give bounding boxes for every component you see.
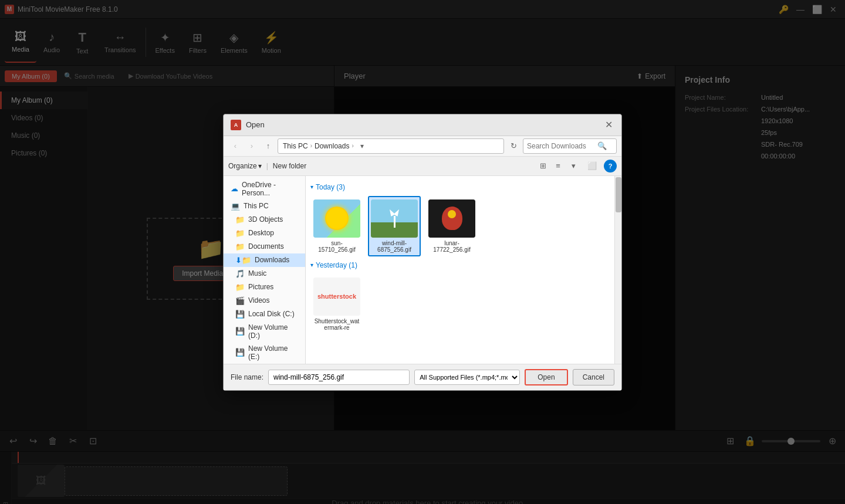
shutterstock-logo: shutterstock <box>317 293 356 300</box>
files-row-yesterday: shutterstock Shutterstock_watermark-re <box>310 272 617 337</box>
bag-shape <box>442 207 462 230</box>
group-chevron-today: ▾ <box>310 184 313 190</box>
dialog-files: ▾ Today (3) sun-15710_256.gif <box>306 176 621 364</box>
filetype-select[interactable]: All Supported Files (*.mp4;*.mc <box>414 370 520 385</box>
3d-objects-icon: 📁 <box>235 215 245 224</box>
files-row-today: sun-15710_256.gif <box>310 194 617 259</box>
dialog-cancel-button[interactable]: Cancel <box>573 369 614 385</box>
new-volume-e-icon: 💾 <box>235 348 245 357</box>
breadcrumb-this-pc[interactable]: This PC <box>283 142 308 150</box>
breadcrumb-chevron-2: › <box>351 143 353 149</box>
dialog-open-button[interactable]: Open <box>525 369 567 385</box>
dialog-title: Open <box>246 120 598 129</box>
search-bar: 🔍 <box>523 138 617 154</box>
scrollbar[interactable] <box>614 176 621 364</box>
bag-coin <box>448 210 456 218</box>
group-chevron-yesterday: ▾ <box>310 262 313 268</box>
group-header-today: Today (3) <box>316 183 345 191</box>
tree-local-disk-c-label: Local Disk (C:) <box>248 310 295 318</box>
windmill-shape <box>389 209 400 228</box>
help-button[interactable]: ? <box>604 160 617 172</box>
tree-this-pc-label: This PC <box>244 202 269 210</box>
preview-pane-button[interactable]: ⬜ <box>585 159 599 173</box>
view-details-btn[interactable]: ▾ <box>566 159 580 173</box>
windmill-filename: wind-mill-6875_256.gif <box>371 240 417 253</box>
sun-filename: sun-15710_256.gif <box>314 240 360 253</box>
search-icon[interactable]: 🔍 <box>597 141 607 150</box>
dialog-app-icon: A <box>231 120 241 130</box>
windmill-thumbnail <box>371 199 418 238</box>
view-icon-btn[interactable]: ⊞ <box>536 159 550 173</box>
open-dialog: A Open ✕ ‹ › ↑ This PC › Downloads › ▾ ↻… <box>223 114 622 391</box>
tree-3d-objects[interactable]: 📁 3D Objects <box>224 213 305 226</box>
music-icon: 🎵 <box>235 269 245 278</box>
downloads-icon: ⬇📁 <box>235 256 251 265</box>
tree-new-volume-d-label: New Volume (D:) <box>248 323 300 340</box>
dialog-titlebar: A Open ✕ <box>224 114 621 136</box>
back-button[interactable]: ‹ <box>228 139 242 153</box>
local-disk-c-icon: 💾 <box>235 310 245 319</box>
dialog-footer: File name: All Supported Files (*.mp4;*.… <box>224 364 621 390</box>
file-group-today[interactable]: ▾ Today (3) <box>310 181 617 194</box>
organize-chevron: ▾ <box>258 162 262 170</box>
tree-documents[interactable]: 📁 Documents <box>224 240 305 253</box>
dialog-tree: ☁ OneDrive - Person... 💻 This PC 📁 3D Ob… <box>224 176 306 364</box>
tree-local-disk-c[interactable]: 💾 Local Disk (C:) <box>224 307 305 321</box>
tree-new-volume-e-label: New Volume (E:) <box>248 344 300 361</box>
organize-button[interactable]: Organize ▾ <box>228 162 262 170</box>
dialog-toolbar: Organize ▾ | New folder ⊞ ≡ ▾ ⬜ ? <box>224 157 621 176</box>
file-item-shutterstock[interactable]: shutterstock Shutterstock_watermark-re <box>310 274 363 334</box>
up-button[interactable]: ↑ <box>261 139 275 153</box>
tree-videos-label: Videos <box>248 296 269 305</box>
file-group-yesterday[interactable]: ▾ Yesterday (1) <box>310 259 617 272</box>
shutterstock-filename: Shutterstock_watermark-re <box>314 318 360 331</box>
new-folder-button[interactable]: New folder <box>273 162 306 170</box>
tree-desktop[interactable]: 📁 Desktop <box>224 226 305 240</box>
breadcrumb-chevron-1: › <box>310 143 312 149</box>
tree-desktop-label: Desktop <box>248 229 274 237</box>
scroll-thumb <box>616 177 621 212</box>
dialog-close-button[interactable]: ✕ <box>603 119 614 131</box>
videos-icon: 🎬 <box>235 296 245 305</box>
pictures-icon: 📁 <box>235 283 245 292</box>
breadcrumb-downloads[interactable]: Downloads <box>315 142 349 150</box>
refresh-button[interactable]: ↻ <box>506 139 520 153</box>
filename-input[interactable] <box>268 370 410 385</box>
tree-videos[interactable]: 🎬 Videos <box>224 294 305 307</box>
tree-music[interactable]: 🎵 Music <box>224 267 305 280</box>
new-volume-d-icon: 💾 <box>235 327 245 336</box>
tree-this-pc[interactable]: 💻 This PC <box>224 199 305 213</box>
toolbar-divider: | <box>266 162 268 170</box>
file-item-lunar[interactable]: lunar-17722_256.gif <box>425 196 478 256</box>
tree-3d-objects-label: 3D Objects <box>248 215 283 224</box>
filename-label: File name: <box>231 373 263 381</box>
tree-documents-label: Documents <box>248 242 284 251</box>
search-input[interactable] <box>527 142 597 150</box>
tree-new-volume-e[interactable]: 💾 New Volume (E:) <box>224 342 305 363</box>
desktop-icon: 📁 <box>235 229 245 238</box>
dialog-nav: ‹ › ↑ This PC › Downloads › ▾ ↻ 🔍 <box>224 136 621 157</box>
this-pc-icon: 💻 <box>231 202 240 211</box>
file-item-windmill[interactable]: wind-mill-6875_256.gif <box>368 196 421 256</box>
view-buttons: ⊞ ≡ ▾ <box>536 159 580 173</box>
group-header-yesterday: Yesterday (1) <box>316 261 357 269</box>
sun-thumbnail <box>313 199 360 238</box>
view-list-btn[interactable]: ≡ <box>551 159 565 173</box>
tree-new-volume-d[interactable]: 💾 New Volume (D:) <box>224 321 305 342</box>
lunar-filename: lunar-17722_256.gif <box>429 240 475 253</box>
tree-music-label: Music <box>248 269 266 278</box>
dialog-overlay: A Open ✕ ‹ › ↑ This PC › Downloads › ▾ ↻… <box>0 0 845 504</box>
file-item-sun[interactable]: sun-15710_256.gif <box>310 196 363 256</box>
tree-onedrive[interactable]: ☁ OneDrive - Person... <box>224 178 305 199</box>
documents-icon: 📁 <box>235 242 245 251</box>
tree-pictures-label: Pictures <box>248 283 273 291</box>
organize-label: Organize <box>228 162 257 170</box>
dialog-body: ☁ OneDrive - Person... 💻 This PC 📁 3D Ob… <box>224 176 621 364</box>
tree-downloads[interactable]: ⬇📁 Downloads <box>224 253 305 267</box>
tree-pictures[interactable]: 📁 Pictures <box>224 280 305 294</box>
tree-downloads-label: Downloads <box>255 256 289 264</box>
breadcrumb-dropdown[interactable]: ▾ <box>356 140 368 152</box>
onedrive-icon: ☁ <box>231 184 238 193</box>
lunar-thumbnail <box>428 199 475 238</box>
forward-button[interactable]: › <box>245 139 259 153</box>
